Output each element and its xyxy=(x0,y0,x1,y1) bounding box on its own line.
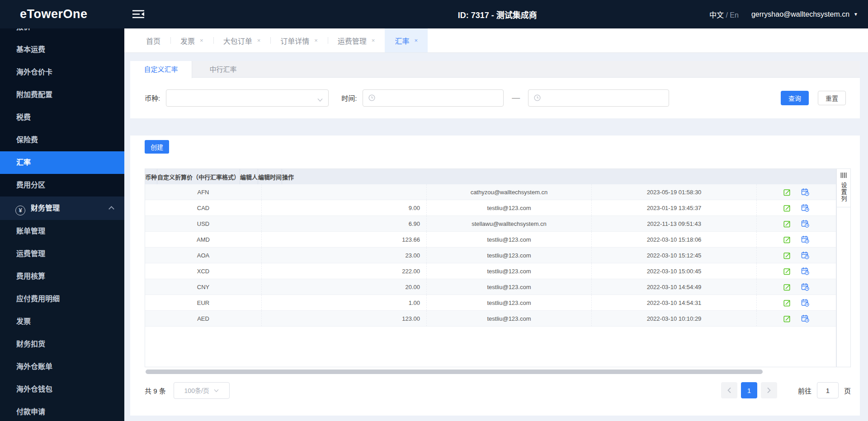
sidebar-item[interactable]: ¥税费 xyxy=(0,106,124,129)
sidebar-item[interactable]: ¥费用分区 xyxy=(0,174,124,196)
sidebar-item[interactable]: ¥财务扣货 xyxy=(0,333,124,356)
table-row: EUR 1.00 testliu@123.com 2022-03-10 14:5… xyxy=(145,295,836,311)
edit-icon[interactable] xyxy=(783,252,791,259)
sidebar-item[interactable]: ¥账单管理 xyxy=(0,220,124,243)
nav-tab[interactable]: 汇率 × xyxy=(385,28,428,52)
table-body: AFN cathyzou@walltechsystem.cn 2023-05-1… xyxy=(145,184,836,327)
price-cell: 1.00 xyxy=(262,295,427,310)
edit-icon[interactable] xyxy=(783,315,791,323)
nav-tab[interactable]: 首页 × xyxy=(136,28,170,52)
edit-icon[interactable] xyxy=(783,220,791,228)
actions-cell xyxy=(757,232,836,247)
price-cell: 123.00 xyxy=(262,311,427,326)
horizontal-scrollbar[interactable] xyxy=(146,370,763,374)
calendar-clock-icon[interactable] xyxy=(801,235,810,244)
prev-page-button[interactable] xyxy=(721,382,737,398)
currency-label: 币种: xyxy=(145,93,160,103)
subtab[interactable]: 自定义汇率 xyxy=(130,61,192,78)
sidebar-item[interactable]: ¥保险费 xyxy=(0,129,124,151)
table-footer: 共 9 条 100条/页 1 前往 页 xyxy=(145,382,851,399)
column-header: 编辑时间 xyxy=(258,169,282,184)
page-size-select[interactable]: 100条/页 xyxy=(174,382,230,399)
sidebar-item[interactable]: ¥费用核算 xyxy=(0,265,124,288)
sidebar-item[interactable]: ¥海外仓价卡 xyxy=(0,61,124,84)
calendar-clock-icon[interactable] xyxy=(801,204,810,212)
column-settings-label: 设置列 xyxy=(840,182,848,202)
time-cell: 2023-05-19 01:58:30 xyxy=(592,184,757,200)
time-cell: 2023-01-19 13:45:37 xyxy=(592,200,757,215)
column-settings-panel[interactable]: 设置列 xyxy=(836,168,851,367)
calendar-clock-icon[interactable] xyxy=(801,220,810,228)
actions-cell xyxy=(757,295,836,310)
close-icon[interactable]: × xyxy=(200,37,203,44)
nav-tab[interactable]: 发票 × xyxy=(170,28,213,52)
time-cell: 2022-03-10 14:54:31 xyxy=(592,295,757,310)
edit-icon[interactable] xyxy=(783,267,791,275)
rates-table: 币种自定义折算价（中行汇率格式）编辑人编辑时间操作 AFN cathyzou@w… xyxy=(145,168,836,367)
sidebar-item[interactable]: ¥发票 xyxy=(0,310,124,333)
sidebar: ¥报价 ¥基本运费 ¥海外仓价卡 ¥附加费配置 ¥税费 ¥保险费 ¥汇率 xyxy=(0,28,124,421)
calendar-clock-icon[interactable] xyxy=(801,314,810,323)
goto-page-input[interactable] xyxy=(817,382,839,398)
create-button[interactable]: 创建 xyxy=(145,140,169,154)
edit-icon[interactable] xyxy=(783,283,791,291)
sidebar-item[interactable]: ¥应付费用明细 xyxy=(0,288,124,310)
goto-label: 前往 xyxy=(798,386,811,395)
calendar-clock-icon[interactable] xyxy=(801,188,810,196)
close-icon[interactable]: × xyxy=(372,37,375,44)
next-page-button[interactable] xyxy=(761,382,777,398)
clock-icon xyxy=(368,94,375,101)
sidebar-item[interactable]: ¥运费管理 xyxy=(0,243,124,265)
calendar-clock-icon[interactable] xyxy=(801,299,810,307)
edit-icon[interactable] xyxy=(783,236,791,243)
close-icon[interactable]: × xyxy=(314,37,318,44)
editor-cell: testliu@123.com xyxy=(427,232,592,247)
calendar-clock-icon[interactable] xyxy=(801,283,810,291)
nav-tab[interactable]: 大包订单 × xyxy=(213,28,271,52)
time-cell: 2022-03-10 10:10:29 xyxy=(592,311,757,326)
price-cell: 23.00 xyxy=(262,248,427,263)
sidebar-item[interactable]: ¥汇率 xyxy=(0,151,124,174)
sidebar-item[interactable]: ¥附加费配置 xyxy=(0,84,124,106)
edit-icon[interactable] xyxy=(783,299,791,307)
search-button[interactable]: 查询 xyxy=(781,91,809,105)
currency-select[interactable] xyxy=(166,89,329,107)
user-menu[interactable]: gerryshao@walltechsystem.cn ▼ xyxy=(751,10,858,19)
table-row: USD 6.90 stellawu@walltechsystem.cn 2022… xyxy=(145,216,836,232)
close-icon[interactable]: × xyxy=(257,37,261,44)
calendar-clock-icon[interactable] xyxy=(801,267,810,276)
editor-cell: testliu@123.com xyxy=(427,279,592,295)
currency-cell: AMD xyxy=(145,232,262,247)
time-cell: 2022-11-13 09:51:43 xyxy=(592,216,757,231)
nav-tab[interactable]: 运费管理 × xyxy=(328,28,385,52)
total-count: 共 9 条 xyxy=(145,386,166,395)
subtab-bar: 自定义汇率中行汇率 xyxy=(130,61,860,78)
calendar-clock-icon[interactable] xyxy=(801,251,810,260)
edit-icon[interactable] xyxy=(783,204,791,212)
current-page-button[interactable]: 1 xyxy=(741,382,757,398)
currency-cell: CNY xyxy=(145,279,262,295)
close-icon[interactable]: × xyxy=(414,37,418,44)
chevron-right-icon xyxy=(767,387,771,393)
date-to-input[interactable] xyxy=(528,89,669,107)
sidebar-menu: ¥报价 ¥基本运费 ¥海外仓价卡 ¥附加费配置 ¥税费 ¥保险费 ¥汇率 xyxy=(0,28,124,421)
sidebar-item[interactable]: ¥财务管理 xyxy=(0,196,124,220)
subtab[interactable]: 中行汇率 xyxy=(192,61,254,77)
nav-tab[interactable]: 订单详情 × xyxy=(270,28,328,52)
sidebar-item[interactable]: ¥报价 xyxy=(0,28,124,38)
column-header: 币种 xyxy=(145,169,157,184)
sidebar-item[interactable]: ¥付款申请 xyxy=(0,401,124,421)
currency-cell: CAD xyxy=(145,200,262,215)
goto-unit: 页 xyxy=(844,386,851,395)
sidebar-item[interactable]: ¥基本运费 xyxy=(0,38,124,61)
reset-button[interactable]: 重置 xyxy=(818,91,846,105)
table-row: AOA 23.00 testliu@123.com 2022-03-10 15:… xyxy=(145,248,836,263)
sidebar-item[interactable]: ¥海外仓账单 xyxy=(0,356,124,378)
language-switcher[interactable]: 中文 / En xyxy=(709,9,739,20)
header-right: 中文 / En gerryshao@walltechsystem.cn ▼ xyxy=(709,9,868,20)
page-title: ID: 7317 - 测试集成商 xyxy=(458,9,537,20)
date-from-input[interactable] xyxy=(363,89,504,107)
edit-icon[interactable] xyxy=(783,188,791,196)
sidebar-item[interactable]: ¥海外仓钱包 xyxy=(0,378,124,401)
menu-fold-icon[interactable] xyxy=(132,9,145,19)
